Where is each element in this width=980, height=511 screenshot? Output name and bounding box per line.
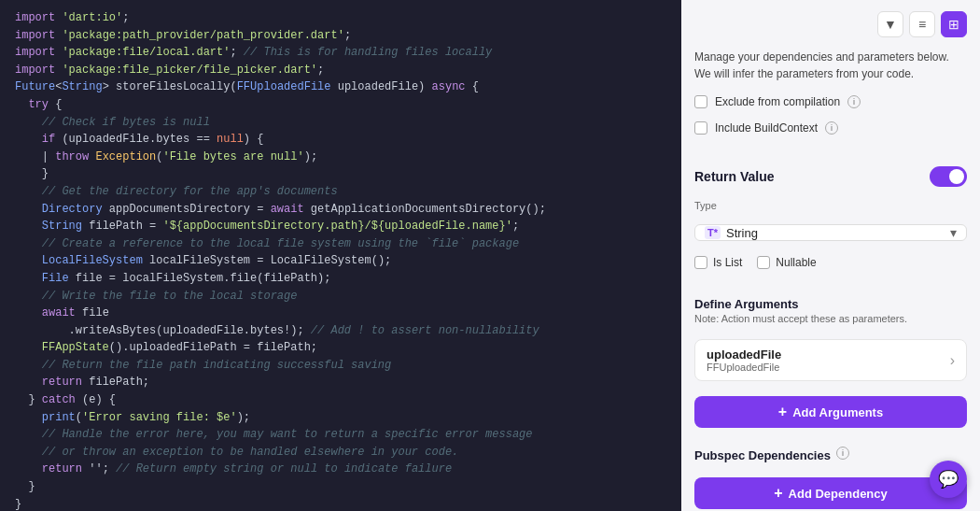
return-value-toggle[interactable]	[930, 166, 967, 187]
nullable-checkbox[interactable]	[757, 256, 770, 269]
toolbar-icon-2[interactable]: ≡	[909, 11, 935, 37]
code-line: import 'package:file_picker/file_picker.…	[15, 62, 672, 79]
code-line: print('Error saving file: $e');	[15, 409, 672, 427]
arg-card-uploaded-file[interactable]: uploadedFile FFUploadedFile ›	[694, 339, 967, 381]
include-label: Include BuildContext	[715, 121, 818, 135]
add-dep-label: Add Dependency	[789, 487, 888, 501]
return-value-header: Return Value	[694, 166, 967, 187]
pubspec-title: Pubspec Dependencies	[694, 448, 831, 462]
code-line: String filePath = '${appDocumentsDirecto…	[15, 218, 672, 235]
list-nullable-row: Is List Nullable	[694, 256, 967, 269]
chat-icon: 💬	[938, 469, 959, 490]
include-checkbox[interactable]	[694, 121, 707, 135]
code-line: File file = localFileSystem.file(filePat…	[15, 270, 672, 288]
code-line: }	[15, 496, 672, 511]
plus-icon: +	[778, 404, 787, 420]
exclude-label: Exclude from compilation	[715, 95, 840, 108]
include-info-icon[interactable]: i	[825, 121, 838, 135]
side-description: Manage your dependencies and parameters …	[694, 49, 967, 82]
arg-info: uploadedFile FFUploadedFile	[707, 348, 781, 373]
is-list-checkbox[interactable]	[694, 256, 707, 269]
type-icon: T*	[705, 226, 721, 239]
code-line: return filePath;	[15, 374, 672, 391]
chevron-down-icon: ▾	[950, 225, 957, 240]
code-line: // Return the file path indicating succe…	[15, 357, 672, 375]
exclude-checkbox[interactable]	[694, 95, 707, 108]
define-args-section: Define Arguments Note: Action must accep…	[694, 295, 967, 324]
arg-type: FFUploadedFile	[707, 362, 781, 373]
code-line: import 'package:path_provider/path_provi…	[15, 27, 672, 45]
toolbar-row: ▼ ≡ ⊞	[694, 11, 967, 37]
code-line: // Get the directory for the app's docum…	[15, 183, 672, 201]
code-line: import 'package:file/local.dart'; // Thi…	[15, 44, 672, 62]
return-value-title: Return Value	[694, 169, 775, 184]
side-panel: ▼ ≡ ⊞ Manage your dependencies and param…	[681, 0, 980, 511]
exclude-row: Exclude from compilation i	[694, 95, 967, 108]
toolbar-icon-3[interactable]: ⊞	[941, 11, 967, 37]
type-select[interactable]: T* String ▾	[694, 224, 967, 241]
define-args-title: Define Arguments	[694, 297, 798, 311]
code-editor: import 'dart:io';import 'package:path_pr…	[0, 0, 681, 511]
add-dep-plus-icon: +	[774, 485, 782, 502]
toolbar-icon-1[interactable]: ▼	[877, 11, 903, 37]
code-line: // Handle the error here, you may want t…	[15, 426, 672, 444]
type-label: Type	[694, 200, 967, 211]
code-line: }	[15, 478, 672, 496]
chat-bubble-button[interactable]: 💬	[930, 461, 967, 498]
type-value: String	[726, 226, 758, 240]
code-line: .writeAsBytes(uploadedFile.bytes!); // A…	[15, 322, 672, 340]
code-line: try {	[15, 96, 672, 114]
code-line: await file	[15, 305, 672, 322]
arg-arrow-icon: ›	[950, 352, 955, 369]
code-line: Future<String> storeFilesLocally(FFUploa…	[15, 78, 672, 96]
pubspec-info-icon[interactable]: i	[836, 447, 849, 460]
code-line: FFAppState().uploadedFilePath = filePath…	[15, 339, 672, 357]
code-line: Directory appDocumentsDirectory = await …	[15, 201, 672, 219]
type-select-left: T* String	[705, 226, 758, 240]
add-arguments-label: Add Arguments	[792, 405, 883, 419]
nullable-label: Nullable	[776, 256, 816, 269]
code-line: // Create a reference to the local file …	[15, 235, 672, 253]
code-line: import 'dart:io';	[15, 9, 672, 27]
arg-name: uploadedFile	[707, 348, 781, 362]
desc-line-2: We will infer the parameters from your c…	[694, 65, 967, 82]
code-line: if (uploadedFile.bytes == null) {	[15, 131, 672, 149]
pubspec-section: Pubspec Dependencies i	[694, 443, 967, 462]
code-line: // or throw an exception to be handled e…	[15, 444, 672, 461]
code-line: LocalFileSystem localFileSystem = LocalF…	[15, 252, 672, 270]
code-line: } catch (e) {	[15, 391, 672, 409]
code-line: // Check if bytes is null	[15, 114, 672, 132]
desc-line-1: Manage your dependencies and parameters …	[694, 49, 967, 65]
code-content[interactable]: import 'dart:io';import 'package:path_pr…	[0, 0, 681, 511]
code-line: return ''; // Return empty string or nul…	[15, 461, 672, 478]
code-line: | throw Exception('File bytes are null')…	[15, 149, 672, 166]
is-list-label: Is List	[713, 256, 742, 269]
code-line: // Write the file to the local storage	[15, 288, 672, 305]
exclude-info-icon[interactable]: i	[847, 95, 861, 108]
define-args-note: Note: Action must accept these as parame…	[694, 313, 967, 324]
code-line: }	[15, 165, 672, 183]
add-arguments-button[interactable]: + Add Arguments	[694, 396, 967, 428]
add-dependency-button[interactable]: + Add Dependency	[694, 477, 967, 509]
include-row: Include BuildContext i	[694, 121, 967, 135]
